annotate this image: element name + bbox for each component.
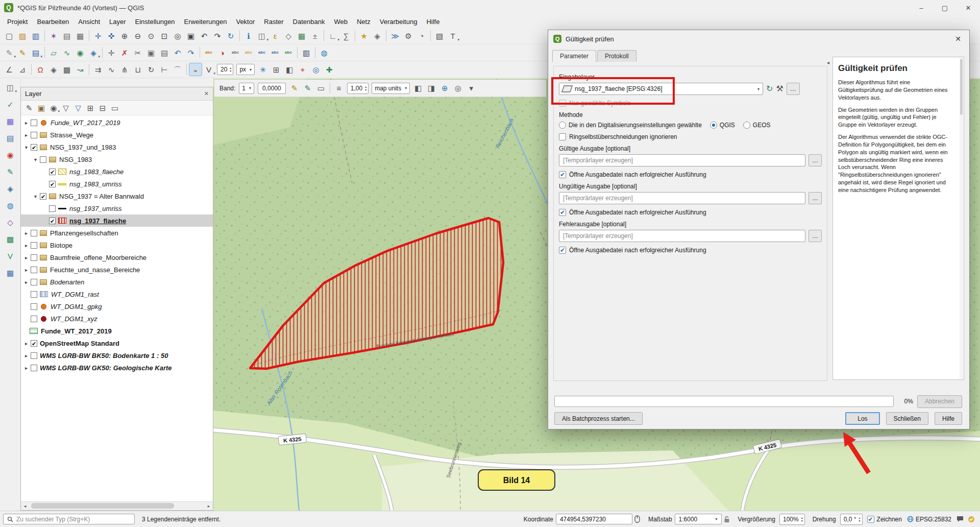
advanced-options-icon[interactable]: ⚒ — [776, 85, 783, 93]
layer-labeling-icon[interactable]: abc — [202, 46, 215, 59]
layer-item-wt-dgm1-rast[interactable]: WT_DGM1_rast — [21, 288, 213, 300]
batch-process-button[interactable]: Als Batchprozess starten... — [554, 412, 643, 425]
menu-erweiterungen[interactable]: Erweiterungen — [180, 17, 231, 27]
move-label-icon[interactable]: abc — [255, 46, 268, 59]
output-field-1[interactable]: [Temporärlayer erzeugen] — [559, 192, 805, 204]
deselect-all-icon[interactable]: ◇ — [282, 29, 295, 42]
reshape-features-icon[interactable]: ∿ — [105, 63, 118, 76]
help-scrollbar[interactable] — [960, 58, 963, 379]
layer-visibility-checkbox[interactable] — [49, 181, 56, 187]
add-line-icon[interactable]: ∿ — [60, 46, 74, 59]
style-manager-icon[interactable]: ✶ — [47, 29, 60, 42]
vertex-tool-icon[interactable]: ◈▾ — [87, 46, 100, 59]
locator-search-input[interactable]: Zu suchender Typ (Strg+K) — [3, 514, 135, 524]
menu-layer[interactable]: Layer — [105, 17, 130, 27]
open-after-checkbox-1[interactable] — [559, 209, 566, 216]
redo-icon[interactable]: ↷ — [184, 46, 198, 59]
serial-draw-icon[interactable]: ✎ — [288, 82, 301, 95]
measure-icon[interactable]: ∟▾ — [326, 29, 339, 42]
python-console-icon[interactable]: ≫ — [388, 29, 402, 42]
paint-bucket-icon[interactable]: ◒ — [189, 63, 202, 76]
radio-icon[interactable] — [559, 122, 566, 129]
help-scrollbar-thumb[interactable] — [960, 59, 963, 115]
coordinate-input[interactable]: 474954,5397230 — [556, 514, 632, 524]
zoom-to-selection-icon[interactable]: ◎ — [171, 29, 184, 42]
output-field-2[interactable]: [Temporärlayer erzeugen] — [559, 230, 805, 242]
pan-map-icon[interactable]: ✛ — [91, 29, 105, 42]
new-bookmark-icon[interactable]: ★ — [357, 29, 371, 42]
output-browse-button-1[interactable]: … — [808, 192, 822, 204]
menu-ansicht[interactable]: Ansicht — [74, 17, 104, 27]
lock-scale-icon[interactable] — [724, 516, 730, 523]
expander-icon[interactable]: ▸ — [23, 255, 30, 260]
fill-right-icon[interactable]: ◨ — [425, 82, 438, 95]
layer-visibility-checkbox[interactable] — [49, 218, 56, 224]
trim-extend-icon[interactable]: ⊢ — [158, 63, 171, 76]
save-layer-edits-icon[interactable]: ▤▾ — [29, 46, 42, 59]
layer-item-strasse-wege[interactable]: ▸Strasse_Wege — [21, 129, 213, 141]
geometry-ops-icon[interactable]: ◇ — [4, 215, 17, 229]
layer-visibility-checkbox[interactable] — [31, 254, 37, 261]
layer-item-pflanzengesellschaften[interactable]: ▸Pflanzengesellschaften — [21, 227, 213, 239]
minimize-button[interactable]: – — [910, 0, 933, 15]
zoom-last-icon[interactable]: ↶ — [198, 29, 211, 42]
layer-item-nsg-1937-alter-bannwald[interactable]: ▾NSG_1937 = Alter Bannwald — [21, 190, 213, 202]
cancel-button[interactable]: Abbrechen — [917, 395, 962, 408]
layer-item-biotope[interactable]: ▸Biotope — [21, 239, 213, 251]
output-field-0[interactable]: [Temporärlayer erzeugen] — [559, 154, 805, 166]
construction-mode-icon[interactable]: ⊿ — [16, 63, 29, 76]
new-project-icon[interactable]: ▢ — [3, 29, 16, 42]
save-project-icon[interactable]: ▥ — [29, 29, 42, 42]
zoom-native-icon[interactable]: ⊙ — [144, 29, 158, 42]
layer-item-wms-lgrb-bw-bk50-bodenkarte-1-50[interactable]: ▸WMS LGRB-BW BK50: Bodenkarte 1 : 50 — [21, 349, 213, 362]
move-feature-icon[interactable]: ✛ — [105, 46, 118, 59]
expander-icon[interactable]: ▸ — [23, 365, 30, 371]
symbol-units-combo[interactable]: px▾ — [236, 64, 255, 75]
symbol-size-spin[interactable]: 20▴▾ — [217, 64, 233, 75]
dialog-close-icon[interactable]: ✕ — [952, 34, 964, 44]
help-button[interactable]: Hilfe — [935, 412, 962, 425]
layers-horizontal-scrollbar[interactable]: ◂ ▸ — [21, 501, 213, 510]
layer-item-bodenarten[interactable]: ▸Bodenarten — [21, 276, 213, 288]
zoom-out-icon[interactable]: ⊖ — [131, 29, 144, 42]
expander-icon[interactable]: ▾ — [32, 157, 39, 162]
vector-v-icon[interactable]: V — [4, 249, 17, 262]
maximize-button[interactable]: ▢ — [933, 0, 957, 15]
layout-manager-icon[interactable]: ▦ — [74, 29, 87, 42]
layer-visibility-checkbox[interactable] — [31, 365, 37, 371]
split-features-icon[interactable]: ⋔ — [118, 63, 131, 76]
layer-item-nsg-1983-umriss[interactable]: nsg_1983_umriss — [21, 178, 213, 190]
tab-protokoll[interactable]: Protokoll — [597, 50, 636, 62]
method-option-geos[interactable]: GEOS — [743, 122, 771, 129]
scroll-left-icon[interactable]: ◂ — [21, 502, 29, 510]
zoom-to-layer-icon[interactable]: ▣ — [184, 29, 198, 42]
open-after-checkbox-2[interactable] — [559, 247, 566, 254]
expander-icon[interactable]: ▾ — [23, 145, 30, 150]
layer-item-nsg-1937-umriss[interactable]: nsg_1937_umriss — [21, 202, 213, 214]
layer-visibility-checkbox[interactable] — [31, 316, 37, 322]
layer-visibility-checkbox[interactable] — [31, 279, 37, 285]
data-table-icon[interactable]: ▦ — [4, 266, 17, 279]
layer-item-wt-dgm1-gpkg[interactable]: WT_DGM1_gpkg — [21, 300, 213, 313]
field-calculator-icon[interactable]: ± — [308, 29, 322, 42]
layer-visibility-checkbox[interactable] — [49, 205, 56, 212]
method-option-die-in-den-digitalisierungseinstellungen-gew-hlte[interactable]: Die in den Digitalisierungseinstellungen… — [559, 122, 702, 129]
cut-features-icon[interactable]: ✂ — [131, 46, 144, 59]
layer-visibility-checkbox[interactable] — [49, 169, 56, 175]
collapse-help-icon[interactable]: ◂ — [827, 60, 829, 65]
offset-curve-icon[interactable]: ⇉ — [91, 63, 105, 76]
output-browse-button-0[interactable]: … — [808, 154, 822, 166]
grid-snap-icon[interactable]: ⊞ — [270, 63, 283, 76]
vector-check-icon[interactable]: ✓ — [4, 98, 17, 111]
output-browse-button-2[interactable]: … — [808, 230, 822, 242]
select-features-icon[interactable]: ◫▾ — [255, 29, 268, 42]
magnifier-spin[interactable]: 100%▴▾ — [779, 514, 805, 525]
select-by-expression-icon[interactable]: ε — [268, 29, 282, 42]
layer-visibility-checkbox[interactable] — [31, 352, 37, 359]
toggle-editing-icon[interactable]: ✎ — [16, 46, 29, 59]
menu-raster[interactable]: Raster — [260, 17, 287, 27]
data-source-manager-icon[interactable]: ▧ — [433, 29, 446, 42]
menu-vektor[interactable]: Vektor — [232, 17, 259, 27]
highlight-labels-icon[interactable]: abc — [242, 46, 255, 59]
refresh-map-icon[interactable]: ↻ — [224, 29, 237, 42]
